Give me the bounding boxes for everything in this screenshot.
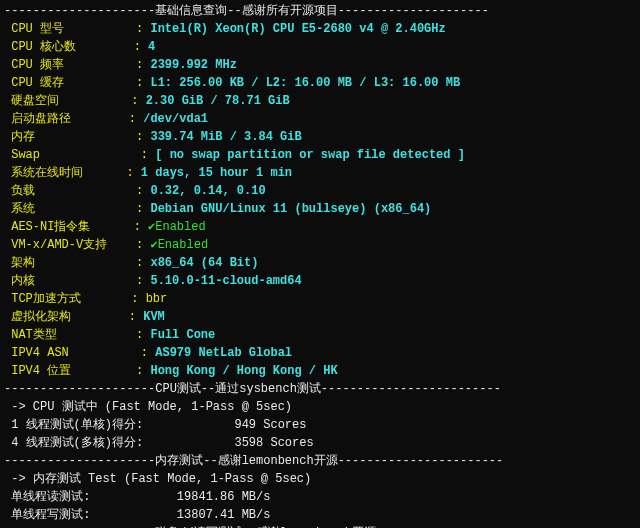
section-header-basic: ---------------------基础信息查询--感谢所有开源项目---… xyxy=(4,4,489,18)
basic-value-14: 5.10.0-11-cloud-amd64 xyxy=(150,274,301,288)
terminal-line: CPU 型号 : Intel(R) Xeon(R) CPU E5-2680 v4… xyxy=(4,20,636,38)
colon: : xyxy=(136,130,150,144)
terminal-line: 架构 : x86_64 (64 Bit) xyxy=(4,254,636,272)
colon: : xyxy=(131,94,145,108)
basic-value-18: AS979 NetLab Global xyxy=(155,346,292,360)
check-icon: ✔ xyxy=(148,220,155,234)
terminal-line: 单线程读测试: 19841.86 MB/s xyxy=(4,488,636,506)
basic-label-16: 虚拟化架构 xyxy=(4,310,129,324)
basic-label-18: IPV4 ASN xyxy=(4,346,141,360)
colon: : xyxy=(136,328,150,342)
terminal-line: ---------------------CPU测试--通过sysbench测试… xyxy=(4,380,636,398)
colon: : xyxy=(136,274,150,288)
terminal-line: 启动盘路径 : /dev/vda1 xyxy=(4,110,636,128)
terminal-line: 4 线程测试(多核)得分: 3598 Scores xyxy=(4,434,636,452)
basic-label-10: 系统 xyxy=(4,202,136,216)
basic-label-1: CPU 核心数 xyxy=(4,40,134,54)
colon: : xyxy=(136,256,150,270)
basic-label-5: 启动盘路径 xyxy=(4,112,129,126)
terminal-line: NAT类型 : Full Cone xyxy=(4,326,636,344)
terminal-line: Swap : [ no swap partition or swap file … xyxy=(4,146,636,164)
terminal-line: 系统在线时间 : 1 days, 15 hour 1 min xyxy=(4,164,636,182)
colon: : xyxy=(141,346,155,360)
basic-value-5: /dev/vda1 xyxy=(143,112,208,126)
mem-test-header: -> 内存测试 Test (Fast Mode, 1-Pass @ 5sec) xyxy=(4,472,311,486)
colon: : xyxy=(141,148,155,162)
terminal-line: 内核 : 5.10.0-11-cloud-amd64 xyxy=(4,272,636,290)
basic-value-13: x86_64 (64 Bit) xyxy=(150,256,258,270)
terminal-line: -> CPU 测试中 (Fast Mode, 1-Pass @ 5sec) xyxy=(4,398,636,416)
terminal-line: AES-NI指令集 : ✔Enabled xyxy=(4,218,636,236)
terminal-line: IPV4 ASN : AS979 NetLab Global xyxy=(4,344,636,362)
basic-label-0: CPU 型号 xyxy=(4,22,136,36)
colon: : xyxy=(136,76,150,90)
basic-label-4: 硬盘空间 xyxy=(4,94,131,108)
check-icon: ✔ xyxy=(150,238,157,252)
basic-value-7: [ no swap partition or swap file detecte… xyxy=(155,148,465,162)
basic-value-9: 0.32, 0.14, 0.10 xyxy=(150,184,265,198)
terminal-line: TCP加速方式 : bbr xyxy=(4,290,636,308)
basic-value-10: Debian GNU/Linux 11 (bullseye) (x86_64) xyxy=(150,202,431,216)
colon: : xyxy=(129,112,143,126)
basic-label-17: NAT类型 xyxy=(4,328,136,342)
mem-row-label-0: 单线程读测试: xyxy=(4,490,177,504)
basic-value-0: Intel(R) Xeon(R) CPU E5-2680 v4 @ 2.40GH… xyxy=(150,22,445,36)
basic-value-17: Full Cone xyxy=(150,328,215,342)
basic-label-2: CPU 频率 xyxy=(4,58,136,72)
colon: : xyxy=(136,364,150,378)
basic-label-3: CPU 缓存 xyxy=(4,76,136,90)
basic-label-9: 负载 xyxy=(4,184,136,198)
cpu-row-label-1: 4 线程测试(多核)得分: xyxy=(4,436,234,450)
colon: : xyxy=(136,202,150,216)
basic-value-4: 2.30 GiB / 78.71 GiB xyxy=(146,94,290,108)
terminal-line: 系统 : Debian GNU/Linux 11 (bullseye) (x86… xyxy=(4,200,636,218)
basic-label-8: 系统在线时间 xyxy=(4,166,126,180)
basic-label-12: VM-x/AMD-V支持 xyxy=(4,238,136,252)
mem-row-value-1: 13807.41 MB/s xyxy=(177,508,271,522)
colon: : xyxy=(134,220,148,234)
section-header-mem: ---------------------内存测试--感谢lemonbench开… xyxy=(4,454,503,468)
basic-label-19: IPV4 位置 xyxy=(4,364,136,378)
mem-row-label-1: 单线程写测试: xyxy=(4,508,177,522)
colon: : xyxy=(136,238,150,252)
section-header-cpu: ---------------------CPU测试--通过sysbench测试… xyxy=(4,382,501,396)
basic-value-19: Hong Kong / Hong Kong / HK xyxy=(150,364,337,378)
basic-value-11: ✔Enabled xyxy=(148,220,206,234)
colon: : xyxy=(136,22,150,36)
basic-label-14: 内核 xyxy=(4,274,136,288)
basic-value-15: bbr xyxy=(146,292,168,306)
terminal-line: ---------------------基础信息查询--感谢所有开源项目---… xyxy=(4,2,636,20)
basic-value-1: 4 xyxy=(148,40,155,54)
basic-value-3: L1: 256.00 KB / L2: 16.00 MB / L3: 16.00… xyxy=(150,76,460,90)
cpu-test-header: -> CPU 测试中 (Fast Mode, 1-Pass @ 5sec) xyxy=(4,400,292,414)
colon: : xyxy=(126,166,140,180)
mem-row-value-0: 19841.86 MB/s xyxy=(177,490,271,504)
terminal-line: IPV4 位置 : Hong Kong / Hong Kong / HK xyxy=(4,362,636,380)
basic-value-16: KVM xyxy=(143,310,165,324)
terminal-line: 单线程写测试: 13807.41 MB/s xyxy=(4,506,636,524)
basic-value-8: 1 days, 15 hour 1 min xyxy=(141,166,292,180)
colon: : xyxy=(129,310,143,324)
terminal-line: -> 内存测试 Test (Fast Mode, 1-Pass @ 5sec) xyxy=(4,470,636,488)
colon: : xyxy=(136,58,150,72)
terminal-line: 1 线程测试(单核)得分: 949 Scores xyxy=(4,416,636,434)
colon: : xyxy=(134,40,148,54)
terminal-line: CPU 频率 : 2399.992 MHz xyxy=(4,56,636,74)
terminal-line: CPU 缓存 : L1: 256.00 KB / L2: 16.00 MB / … xyxy=(4,74,636,92)
terminal-line: 内存 : 339.74 MiB / 3.84 GiB xyxy=(4,128,636,146)
cpu-row-value-1: 3598 Scores xyxy=(234,436,313,450)
basic-label-15: TCP加速方式 xyxy=(4,292,131,306)
cpu-row-value-0: 949 Scores xyxy=(234,418,306,432)
basic-value-12: ✔Enabled xyxy=(150,238,208,252)
terminal-line: VM-x/AMD-V支持 : ✔Enabled xyxy=(4,236,636,254)
terminal-line: ---------------------内存测试--感谢lemonbench开… xyxy=(4,452,636,470)
terminal-line: ---------------------磁盘dd读写测试--感谢lemonbe… xyxy=(4,524,636,528)
basic-value-2: 2399.992 MHz xyxy=(150,58,236,72)
terminal-line: 虚拟化架构 : KVM xyxy=(4,308,636,326)
basic-label-13: 架构 xyxy=(4,256,136,270)
colon: : xyxy=(131,292,145,306)
terminal-line: 硬盘空间 : 2.30 GiB / 78.71 GiB xyxy=(4,92,636,110)
colon: : xyxy=(136,184,150,198)
basic-label-7: Swap xyxy=(4,148,141,162)
terminal-line: CPU 核心数 : 4 xyxy=(4,38,636,56)
